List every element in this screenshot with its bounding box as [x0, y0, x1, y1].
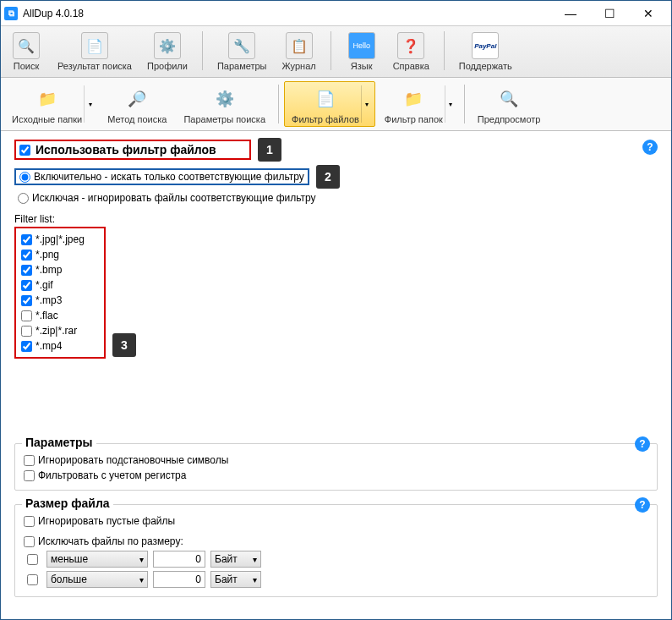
close-button[interactable]: ✕ — [629, 1, 668, 26]
toolbar-lang-label: Язык — [351, 61, 373, 71]
titlebar: ⧉ AllDup 4.0.18 — ☐ ✕ — [1, 1, 671, 26]
ignore-wildcards-label: Игнорировать подстановочные символы — [38, 454, 228, 466]
filter-item-label: *.gif — [36, 277, 53, 293]
maximize-button[interactable]: ☐ — [590, 1, 629, 26]
mode-exclusive-radio[interactable] — [18, 193, 29, 204]
main-toolbar: 🔍Поиск📄Результат поиска⚙️Профили🔧Парамет… — [1, 26, 671, 78]
file-size-group-title: Размер файла — [22, 497, 113, 510]
filter-item-label: *.png — [36, 247, 59, 262]
size-value-input[interactable] — [153, 571, 205, 588]
file-filter-icon: 📄 — [312, 85, 339, 112]
filter-item-checkbox[interactable] — [21, 265, 32, 276]
results-icon: 📄 — [81, 32, 108, 59]
toolbar-log-button[interactable]: 📋Журнал — [276, 28, 322, 74]
mode-exclusive-label: Исключая - игнорировать файлы соответств… — [32, 192, 316, 204]
subtab-src-folders[interactable]: 📁Исходные папки▾ — [4, 81, 98, 127]
filter-item-label: *.mp4 — [36, 338, 62, 354]
exclude-by-size-checkbox[interactable] — [24, 536, 35, 547]
filter-item-checkbox[interactable] — [21, 250, 32, 261]
subtab-file-filter-label: Фильтр файлов — [292, 114, 359, 124]
subtab-file-filter[interactable]: 📄Фильтр файлов▾ — [284, 81, 375, 127]
content-area: Использовать фильтр файлов 1 ? Включител… — [1, 131, 671, 620]
minimize-button[interactable]: — — [551, 1, 590, 26]
filter-item-label: *.bmp — [36, 262, 62, 277]
support-icon: PayPal — [472, 32, 499, 59]
filter-item-checkbox[interactable] — [21, 280, 32, 291]
chevron-down-icon[interactable]: ▾ — [445, 85, 456, 123]
help-icon[interactable]: ? — [635, 436, 650, 452]
filter-item: *.jpg|*.jpeg — [21, 232, 99, 247]
size-unit-select[interactable]: Байт — [210, 551, 261, 568]
use-file-filter-checkbox[interactable] — [19, 145, 30, 156]
size-value-input[interactable] — [153, 551, 205, 568]
use-file-filter-row: Использовать фильтр файлов — [14, 140, 251, 160]
mode-inclusive-row: Включительно - искать только соответству… — [14, 168, 309, 185]
filter-item-label: *.mp3 — [36, 293, 62, 308]
subtab-search-params[interactable]: ⚙️Параметры поиска — [176, 81, 273, 127]
filter-item: *.png — [21, 247, 99, 262]
folder-filter-icon: 📁 — [400, 85, 427, 112]
size-unit-select[interactable]: Байт — [210, 571, 261, 588]
filter-list-box: *.jpg|*.jpeg*.png*.bmp*.gif*.mp3*.flac*.… — [14, 227, 106, 359]
filter-item-checkbox[interactable] — [21, 234, 32, 245]
subtab-method-label: Метод поиска — [107, 114, 167, 124]
toolbar-lang-button[interactable]: HelloЯзык — [340, 28, 384, 74]
chevron-down-icon[interactable]: ▾ — [361, 85, 373, 123]
case-sensitive-checkbox[interactable] — [24, 470, 35, 481]
subtab-preview[interactable]: 🔍Предпросмотр — [470, 81, 549, 127]
sub-toolbar: 📁Исходные папки▾🔎Метод поиска⚙️Параметры… — [1, 78, 671, 131]
toolbar-help-button[interactable]: ❓Справка — [387, 28, 435, 74]
case-sensitive-label: Фильтровать с учетом регистра — [38, 469, 186, 481]
search-params-icon: ⚙️ — [211, 85, 238, 112]
callout-1: 1 — [258, 138, 281, 162]
size-operator-select[interactable]: больше — [46, 571, 148, 588]
params-group-title: Параметры — [22, 436, 96, 449]
size-rule-enable-checkbox[interactable] — [27, 554, 38, 565]
mode-exclusive-row: Исключая - игнорировать файлы соответств… — [14, 191, 658, 205]
subtab-folder-filter[interactable]: 📁Фильтр папок▾ — [377, 81, 459, 127]
use-file-filter-label: Использовать фильтр файлов — [36, 143, 216, 156]
help-icon: ❓ — [397, 32, 424, 59]
filter-item-checkbox[interactable] — [21, 310, 32, 321]
chevron-down-icon[interactable]: ▾ — [84, 85, 96, 123]
subtab-search-params-label: Параметры поиска — [183, 114, 265, 124]
params-icon: 🔧 — [228, 32, 255, 59]
filter-item-label: *.zip|*.rar — [36, 323, 77, 338]
params-group: Параметры ? Игнорировать подстановочные … — [14, 443, 658, 491]
toolbar-params-label: Параметры — [217, 61, 267, 71]
ignore-empty-checkbox[interactable] — [24, 516, 35, 527]
size-operator-select[interactable]: меньше — [46, 551, 148, 568]
lang-icon: Hello — [348, 32, 375, 59]
help-icon[interactable]: ? — [635, 497, 650, 513]
toolbar-search-button[interactable]: 🔍Поиск — [4, 28, 48, 74]
toolbar-results-label: Результат поиска — [57, 61, 132, 71]
toolbar-params-button[interactable]: 🔧Параметры — [211, 28, 273, 74]
toolbar-profiles-button[interactable]: ⚙️Профили — [141, 28, 194, 74]
toolbar-support-button[interactable]: PayPalПоддержать — [453, 28, 518, 74]
ignore-empty-label: Игнорировать пустые файлы — [38, 515, 175, 527]
ignore-wildcards-checkbox[interactable] — [24, 455, 35, 466]
toolbar-log-label: Журнал — [282, 61, 316, 71]
subtab-preview-label: Предпросмотр — [478, 114, 541, 124]
toolbar-results-button[interactable]: 📄Результат поиска — [52, 28, 138, 74]
filter-item: *.mp3 — [21, 293, 99, 308]
toolbar-search-label: Поиск — [14, 61, 39, 71]
callout-3: 3 — [112, 333, 136, 357]
filter-item-checkbox[interactable] — [21, 326, 32, 337]
filter-list-title: Filter list: — [14, 213, 658, 225]
subtab-method[interactable]: 🔎Метод поиска — [100, 81, 174, 127]
log-icon: 📋 — [286, 32, 313, 59]
src-folders-icon: 📁 — [34, 85, 61, 112]
size-rule-enable-checkbox[interactable] — [27, 574, 38, 585]
app-icon: ⧉ — [4, 7, 18, 20]
search-icon: 🔍 — [13, 32, 40, 59]
help-icon[interactable]: ? — [642, 140, 658, 155]
mode-inclusive-radio[interactable] — [19, 172, 30, 183]
size-rule-row: меньшеБайт — [24, 551, 648, 568]
filter-item: *.mp4 — [21, 338, 99, 354]
toolbar-profiles-label: Профили — [147, 61, 188, 71]
filter-item: *.flac — [21, 308, 99, 323]
filter-item-checkbox[interactable] — [21, 341, 32, 352]
filter-item: *.zip|*.rar — [21, 323, 99, 338]
filter-item-checkbox[interactable] — [21, 295, 32, 306]
